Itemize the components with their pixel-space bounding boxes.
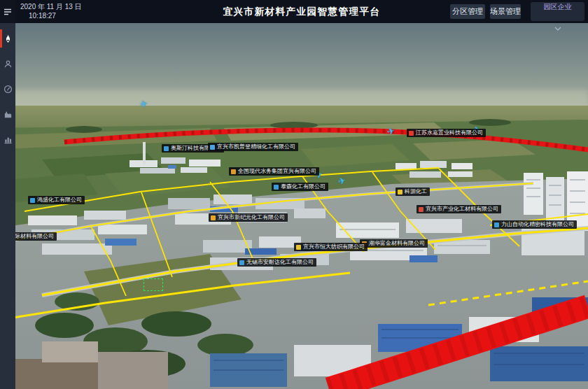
- company-marker-icon: [231, 169, 236, 174]
- company-name: 力山自动化精密科技有限公司: [501, 222, 574, 227]
- company-marker-icon: [398, 190, 402, 194]
- menu-button[interactable]: [0, 0, 15, 23]
- company-name: 宜兴市产业化工材料有限公司: [426, 206, 498, 212]
- company-name: 鸿盛化工有限公司: [37, 197, 82, 203]
- current-time: 10:18:27: [20, 11, 82, 20]
- flame-icon: [4, 34, 13, 43]
- company-name: 宜兴市恒大纺织有限公司: [303, 244, 365, 250]
- company-name: 潮华富金材料有限公司: [369, 241, 425, 246]
- company-label-chip[interactable]: 鸿盛化工有限公司: [28, 196, 85, 204]
- bar-chart-icon: [4, 135, 13, 144]
- sidebar-item-fire-monitor[interactable]: [0, 26, 15, 51]
- company-name: 无锡市安耐达化工有限公司: [246, 260, 314, 265]
- gauge-icon: [4, 85, 13, 94]
- sidebar-item-enterprise[interactable]: [0, 101, 15, 127]
- company-marker-icon: [164, 146, 169, 151]
- company-marker-icon: [419, 207, 424, 212]
- company-label-chip[interactable]: 泰森化工有限公司: [272, 183, 328, 191]
- park-enterprise-dropdown[interactable]: 园区企业: [531, 2, 584, 21]
- company-label-chip[interactable]: 潮华富金材料有限公司: [360, 239, 428, 248]
- company-name: 全国现代水务集团宜兴有限公司: [238, 169, 316, 174]
- company-label-chip[interactable]: 无锡市安耐达化工有限公司: [237, 258, 316, 267]
- sidebar: [0, 0, 15, 389]
- company-marker-icon: [296, 245, 301, 250]
- company-label-chip[interactable]: 科源化工: [396, 188, 430, 196]
- map-viewport[interactable]: 奥斯汀科技有限公司 宜兴市凯普登精细化工有限公司 全国现代水务集团宜兴有限公司 …: [0, 23, 588, 389]
- company-marker-icon: [274, 185, 279, 190]
- company-marker-icon: [494, 222, 499, 227]
- company-label-chip[interactable]: 江苏永嘉置业科技有限公司: [407, 129, 486, 137]
- datetime: 2020 年 11 月 13 日 10:18:27: [20, 2, 82, 20]
- person-icon: [4, 59, 13, 69]
- company-label-chip[interactable]: 宜兴市恒大纺织有限公司: [294, 243, 368, 251]
- company-marker-icon: [409, 131, 414, 136]
- menu-icon: [3, 7, 13, 17]
- company-label-chip[interactable]: 宜兴市新纪元化工有限公司: [209, 213, 288, 222]
- sidebar-item-personnel[interactable]: [0, 51, 15, 76]
- scene-manage-button[interactable]: 场景管理: [490, 4, 521, 19]
- company-label-chip[interactable]: 全国现代水务集团宜兴有限公司: [229, 167, 319, 176]
- partition-manage-button[interactable]: 分区管理: [450, 4, 485, 19]
- selection-box[interactable]: [144, 278, 163, 291]
- factory-icon: [4, 110, 13, 119]
- park-enterprise-dropdown-label: 园区企业: [531, 2, 584, 12]
- company-marker-icon: [239, 260, 244, 265]
- company-label-chip[interactable]: 宜兴市凯普登精细化工有限公司: [208, 143, 298, 151]
- sidebar-item-gauge[interactable]: [0, 76, 15, 101]
- company-marker-icon: [30, 198, 35, 203]
- company-name: 宜兴市凯普登精细化工有限公司: [217, 144, 295, 150]
- company-marker-icon: [210, 145, 215, 150]
- company-name: 宜兴市新纪元化工有限公司: [218, 215, 285, 220]
- company-name: 江苏永嘉置业科技有限公司: [416, 130, 483, 136]
- chevron-down-icon: [554, 27, 561, 31]
- company-name: 泰森化工有限公司: [281, 184, 326, 190]
- company-label-chip[interactable]: 宜兴市产业化工材料有限公司: [416, 205, 501, 213]
- current-date: 2020 年 11 月 13 日: [20, 2, 82, 11]
- company-marker-icon: [211, 215, 216, 220]
- top-bar: 2020 年 11 月 13 日 10:18:27 宜兴市新材料产业园智慧管理平…: [15, 0, 588, 23]
- company-label-chip[interactable]: 力山自动化精密科技有限公司: [492, 220, 577, 229]
- company-name: 科源化工: [405, 189, 427, 194]
- sidebar-item-statistics[interactable]: [0, 127, 15, 152]
